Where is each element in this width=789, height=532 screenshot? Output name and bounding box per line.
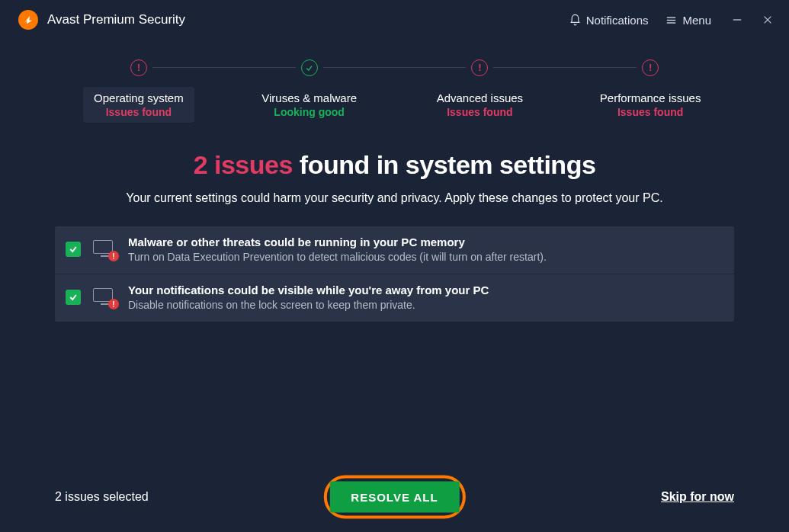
issue-checkbox[interactable] — [66, 290, 81, 305]
close-button[interactable] — [762, 14, 774, 26]
step-name: Operating system — [94, 91, 184, 104]
issue-desc: Disable notifications on the lock screen… — [128, 299, 723, 311]
step-status: Issues found — [437, 106, 523, 118]
avast-logo-icon — [18, 10, 38, 30]
issue-checkbox[interactable] — [66, 242, 81, 257]
menu-button[interactable]: Menu — [665, 14, 711, 27]
step-viruses-malware[interactable]: Viruses & malwareLooking good — [224, 59, 395, 123]
app-window: Avast Premium Security Notifications Men… — [0, 0, 789, 532]
step-connector — [493, 67, 637, 68]
titlebar: Avast Premium Security Notifications Men… — [0, 0, 789, 40]
skip-link[interactable]: Skip for now — [661, 490, 734, 504]
monitor-alert-icon: ! — [93, 240, 116, 258]
headline-area: 2 issues found in system settings Your c… — [0, 150, 789, 207]
app-title: Avast Premium Security — [47, 12, 185, 27]
minimize-button[interactable] — [731, 14, 743, 26]
step-name: Advanced issues — [437, 91, 523, 104]
step-connector — [323, 67, 467, 68]
check-circle-icon — [301, 59, 318, 76]
bell-icon — [569, 14, 582, 27]
menu-label: Menu — [682, 14, 711, 27]
step-status: Issues found — [600, 106, 701, 118]
step-operating-system[interactable]: !Operating systemIssues found — [53, 59, 224, 123]
step-labelbox: Operating systemIssues found — [83, 87, 194, 123]
issue-desc: Turn on Data Execution Prevention to det… — [128, 251, 723, 263]
step-labelbox: Viruses & malwareLooking good — [251, 87, 367, 123]
resolve-highlight-ring: RESOLVE ALL — [323, 476, 465, 519]
step-labelbox: Advanced issuesIssues found — [426, 87, 534, 123]
alert-circle-icon: ! — [471, 59, 488, 76]
step-status: Looking good — [261, 106, 357, 118]
hamburger-icon — [665, 14, 678, 27]
step-advanced-issues[interactable]: !Advanced issuesIssues found — [395, 59, 566, 123]
notifications-label: Notifications — [586, 14, 649, 27]
monitor-alert-icon: ! — [93, 288, 116, 306]
step-performance-issues[interactable]: !Performance issuesIssues found — [565, 59, 736, 123]
sub-headline: Your current settings could harm your se… — [46, 189, 743, 207]
step-connector — [152, 67, 296, 68]
step-name: Viruses & malware — [261, 91, 357, 104]
headline: 2 issues found in system settings — [46, 150, 743, 180]
issue-row: !Malware or other threats could be runni… — [55, 226, 734, 274]
notifications-button[interactable]: Notifications — [569, 14, 649, 27]
selected-count: 2 issues selected — [55, 490, 149, 504]
scan-stepper: !Operating systemIssues foundViruses & m… — [0, 40, 789, 123]
resolve-all-button[interactable]: RESOLVE ALL — [329, 482, 459, 513]
step-labelbox: Performance issuesIssues found — [589, 87, 712, 123]
issue-list: !Malware or other threats could be runni… — [55, 226, 734, 322]
alert-circle-icon: ! — [130, 59, 147, 76]
issue-text: Your notifications could be visible whil… — [128, 284, 723, 311]
alert-circle-icon: ! — [642, 59, 659, 76]
footer: 2 issues selected RESOLVE ALL Skip for n… — [0, 462, 789, 532]
issue-text: Malware or other threats could be runnin… — [128, 236, 723, 263]
issue-row: !Your notifications could be visible whi… — [55, 274, 734, 322]
step-name: Performance issues — [600, 91, 701, 104]
step-status: Issues found — [94, 106, 184, 118]
issue-count: 2 issues — [194, 150, 293, 179]
window-controls — [731, 14, 774, 26]
headline-rest: found in system settings — [293, 150, 595, 179]
issue-title: Malware or other threats could be runnin… — [128, 236, 723, 248]
issue-title: Your notifications could be visible whil… — [128, 284, 723, 296]
